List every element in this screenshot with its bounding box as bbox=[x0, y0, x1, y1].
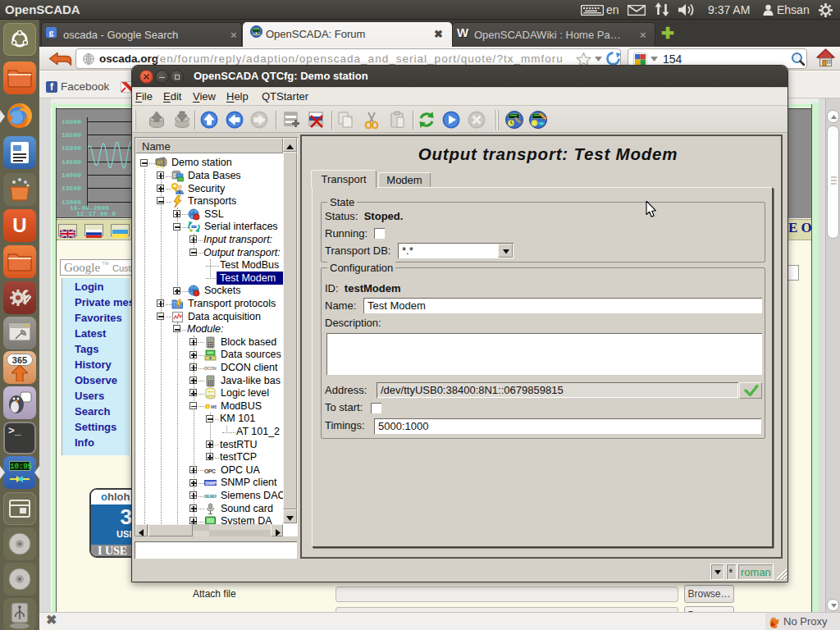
svg-text:SIEMENS: SIEMENS bbox=[204, 495, 217, 499]
svg-text:DCON: DCON bbox=[204, 366, 217, 371]
svg-text:AT: AT bbox=[157, 160, 163, 165]
svg-text:SNMP: SNMP bbox=[205, 481, 217, 486]
svg-text:OPC: OPC bbox=[204, 468, 216, 474]
svg-text:MB: MB bbox=[211, 404, 217, 409]
